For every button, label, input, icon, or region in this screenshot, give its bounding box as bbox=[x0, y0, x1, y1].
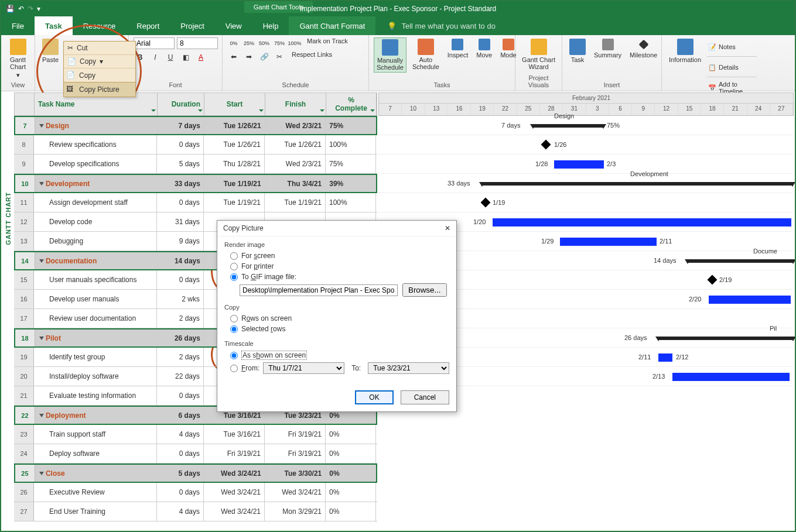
cell-duration[interactable]: 9 days bbox=[157, 232, 204, 250]
gantt-chart-button[interactable]: Gantt Chart▾ bbox=[6, 37, 30, 80]
cell-duration[interactable]: 7 days bbox=[158, 117, 204, 134]
cell-name[interactable]: Evaluate testing information bbox=[34, 386, 157, 405]
cell-finish[interactable]: Mon 3/29/21 bbox=[265, 502, 326, 521]
cell-duration[interactable]: 31 days bbox=[157, 212, 204, 231]
cell-name[interactable]: Deployment bbox=[35, 407, 158, 424]
to-date-select[interactable]: Tue 3/23/21 bbox=[368, 362, 449, 374]
cell-name[interactable]: Debugging bbox=[34, 232, 157, 250]
from-date-select[interactable]: Thu 1/7/21 bbox=[263, 362, 344, 374]
cell-duration[interactable]: 0 days bbox=[157, 270, 204, 289]
browse-button[interactable]: Browse... bbox=[402, 283, 447, 297]
qat-dropdown-icon[interactable]: ▾ bbox=[37, 5, 40, 13]
cell-finish[interactable]: Fri 3/19/21 bbox=[265, 425, 326, 444]
cell-pct[interactable]: 75% bbox=[326, 117, 376, 134]
row-number[interactable]: 15 bbox=[14, 270, 34, 289]
manually-schedule-button[interactable]: Manually Schedule bbox=[374, 37, 406, 73]
insert-task-button[interactable]: Task bbox=[567, 37, 588, 64]
cell-name[interactable]: Development bbox=[35, 175, 158, 192]
cell-duration[interactable]: 2 wks bbox=[157, 290, 204, 308]
font-color-button[interactable]: A bbox=[194, 52, 207, 63]
mark-on-track-button[interactable]: Mark on Track bbox=[303, 37, 348, 49]
table-row[interactable]: 8 Review specifications 0 days Tue 1/26/… bbox=[14, 135, 377, 155]
indent-button[interactable]: ➡ bbox=[242, 51, 255, 63]
inspect-button[interactable]: Inspect bbox=[445, 37, 470, 60]
cell-start[interactable]: Tue 1/19/21 bbox=[204, 175, 265, 192]
close-icon[interactable]: ✕ bbox=[445, 224, 450, 232]
row-number[interactable]: 17 bbox=[14, 309, 34, 328]
undo-icon[interactable]: ↶ bbox=[18, 5, 24, 13]
col-start[interactable]: Start bbox=[204, 93, 265, 115]
unlink-button[interactable]: ✂ bbox=[273, 51, 286, 63]
cell-finish[interactable]: Thu 3/4/21 bbox=[265, 175, 326, 192]
cell-name[interactable]: Develop code bbox=[34, 212, 157, 231]
cell-name[interactable]: Review specifications bbox=[34, 135, 157, 154]
cell-name[interactable]: Pilot bbox=[35, 330, 158, 346]
row-number[interactable]: 12 bbox=[14, 212, 34, 231]
cell-start[interactable]: Thu 1/28/21 bbox=[204, 155, 265, 173]
col-duration[interactable]: Duration bbox=[158, 93, 204, 115]
gif-path-input[interactable] bbox=[240, 284, 398, 296]
cell-finish[interactable]: Wed 3/24/21 bbox=[265, 483, 326, 502]
redo-icon[interactable]: ↷ bbox=[28, 5, 33, 13]
cancel-button[interactable]: Cancel bbox=[401, 390, 449, 404]
tab-help[interactable]: Help bbox=[252, 16, 289, 35]
row-number[interactable]: 23 bbox=[14, 425, 34, 444]
cell-name[interactable]: Identify test group bbox=[34, 348, 157, 366]
cell-name[interactable]: Deploy software bbox=[34, 444, 157, 463]
details-button[interactable]: 📋Details bbox=[707, 58, 757, 77]
cell-duration[interactable]: 0 days bbox=[157, 483, 204, 502]
radio-for-printer[interactable]: For printer bbox=[224, 261, 449, 272]
cell-duration[interactable]: 33 days bbox=[158, 175, 204, 192]
cell-duration[interactable]: 5 days bbox=[157, 155, 204, 173]
row-number[interactable]: 14 bbox=[15, 252, 35, 269]
cell-name[interactable]: Develop user manuals bbox=[34, 290, 157, 308]
cell-pct[interactable]: 0% bbox=[326, 502, 376, 521]
radio-rows-screen[interactable]: Rows on screen bbox=[224, 313, 449, 324]
cell-pct[interactable]: 0% bbox=[326, 425, 376, 444]
row-number[interactable]: 19 bbox=[14, 348, 34, 366]
cell-start[interactable]: Tue 1/26/21 bbox=[204, 135, 265, 154]
cell-pct[interactable]: 75% bbox=[326, 155, 376, 173]
row-number[interactable]: 25 bbox=[15, 465, 35, 482]
font-name-input[interactable] bbox=[134, 37, 175, 49]
fill-color-button[interactable]: ◧ bbox=[179, 52, 192, 63]
row-header-col[interactable] bbox=[15, 93, 35, 115]
radio-for-screen[interactable]: For screen bbox=[224, 250, 449, 261]
cell-start[interactable]: Fri 3/19/21 bbox=[204, 444, 265, 463]
cell-duration[interactable]: 0 days bbox=[157, 444, 204, 463]
table-row[interactable]: 9 Develop specifications 5 days Thu 1/28… bbox=[14, 155, 377, 174]
cell-duration[interactable]: 22 days bbox=[157, 367, 204, 386]
tab-view[interactable]: View bbox=[215, 16, 252, 35]
milestone-button[interactable]: Milestone bbox=[627, 37, 660, 60]
pct75-button[interactable]: 75% bbox=[273, 37, 286, 49]
row-number[interactable]: 27 bbox=[14, 502, 34, 521]
cell-finish[interactable]: Fri 3/19/21 bbox=[265, 444, 326, 463]
menu-copy[interactable]: 📄Copy bbox=[64, 68, 135, 83]
cell-name[interactable]: Develop specifications bbox=[34, 155, 157, 173]
tab-project[interactable]: Project bbox=[170, 16, 214, 35]
table-row[interactable]: 25 Close 5 days Wed 3/24/21 Tue 3/30/21 … bbox=[14, 464, 377, 483]
radio-selected-rows[interactable]: Selected rows bbox=[224, 324, 449, 334]
table-row[interactable]: 10 Development 33 days Tue 1/19/21 Thu 3… bbox=[14, 174, 377, 193]
row-number[interactable]: 18 bbox=[15, 330, 35, 346]
row-number[interactable]: 10 bbox=[15, 175, 35, 192]
cell-name[interactable]: Install/deploy software bbox=[34, 367, 157, 386]
cell-name[interactable]: User manuals specifications bbox=[34, 270, 157, 289]
tell-me-search[interactable]: 💡 Tell me what you want to do bbox=[375, 16, 495, 35]
col-complete[interactable]: % Complete bbox=[326, 93, 377, 115]
cell-finish[interactable]: Wed 2/3/21 bbox=[265, 117, 326, 134]
notes-button[interactable]: 📝Notes bbox=[707, 37, 757, 57]
information-button[interactable]: Information bbox=[667, 37, 703, 64]
row-number[interactable]: 13 bbox=[14, 232, 34, 250]
cell-name[interactable]: Train support staff bbox=[34, 425, 157, 444]
cell-pct[interactable]: 0% bbox=[326, 444, 376, 463]
cell-name[interactable]: Assign development staff bbox=[34, 193, 157, 212]
save-icon[interactable]: 💾 bbox=[6, 5, 15, 13]
underline-button[interactable]: U bbox=[164, 52, 177, 63]
cell-duration[interactable]: 5 days bbox=[158, 465, 204, 482]
cell-pct[interactable]: 0% bbox=[326, 465, 376, 482]
radio-as-shown[interactable]: As shown on screen bbox=[224, 349, 449, 361]
cell-name[interactable]: Documentation bbox=[35, 252, 158, 269]
row-number[interactable]: 22 bbox=[15, 407, 35, 424]
tab-gantt-format[interactable]: Gantt Chart Format bbox=[289, 16, 375, 35]
